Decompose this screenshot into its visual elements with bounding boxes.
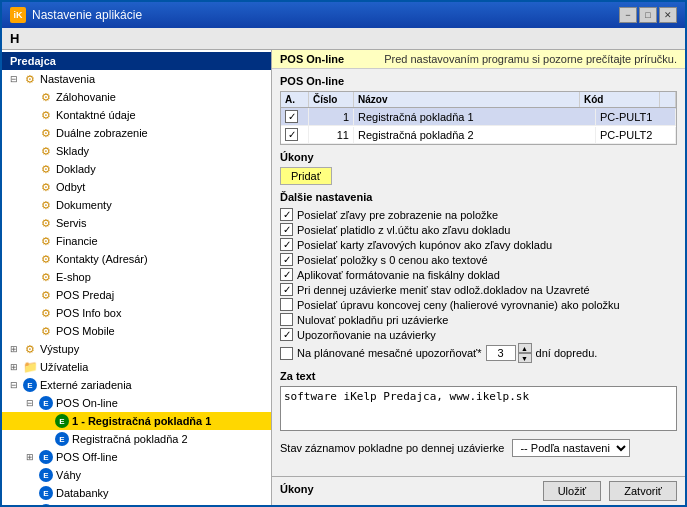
actions-section: Úkony Pridať — [280, 151, 677, 185]
save-button[interactable]: Uložiť — [543, 481, 602, 501]
gear-icon: ⚙ — [38, 125, 54, 141]
close-button[interactable]: ✕ — [659, 7, 677, 23]
setting-checkbox-7[interactable] — [280, 298, 293, 311]
maximize-button[interactable]: □ — [639, 7, 657, 23]
za-text-label: Za text — [280, 370, 677, 382]
sidebar-item-label: Váhy — [54, 469, 81, 481]
sidebar-item-vystupy[interactable]: ⊞ ⚙ Výstupy — [2, 340, 271, 358]
sidebar-item-financie[interactable]: ⚙ Financie — [2, 232, 271, 250]
scroll-placeholder — [660, 92, 676, 107]
reminder-spinner-input[interactable] — [486, 345, 516, 361]
gear-icon: ⚙ — [38, 233, 54, 249]
sidebar-item-kontakty[interactable]: ⚙ Kontakty (Adresár) — [2, 250, 271, 268]
reminder-label-before: Na plánované mesačné upozorňovať* — [297, 347, 482, 359]
sidebar-item-reg-pokladna1[interactable]: E 1 - Registračná pokladňa 1 — [2, 412, 271, 430]
sidebar-item-databanky[interactable]: E Databanky — [2, 484, 271, 502]
reminder-checkbox[interactable] — [280, 347, 293, 360]
sidebar-item-label: Nastavenia — [38, 73, 95, 85]
sidebar-item-label: Databanky — [54, 487, 109, 499]
sidebar-item-reg-pokladna2[interactable]: E Registračná pokladňa 2 — [2, 430, 271, 448]
stav-label: Stav záznamov pokladne po dennej uzávier… — [280, 442, 504, 454]
info-warning-text: Pred nastavovaním programu si pozorne pr… — [384, 53, 677, 65]
settings-section: Ďalšie nastavenia Posielať zľavy pre zob… — [280, 191, 677, 364]
reminder-spinner: ▲ ▼ — [486, 343, 532, 363]
setting-label-8: Nulovať pokladňu pri uzávierke — [297, 314, 449, 326]
sidebar-item-dokumenty[interactable]: ⚙ Dokumenty — [2, 196, 271, 214]
reminder-label-after: dní dopredu. — [536, 347, 598, 359]
sidebar-item-tlacarne[interactable]: ⊞ E Tlačiarne - špeciálne — [2, 502, 271, 505]
spinner-up-button[interactable]: ▲ — [518, 343, 532, 353]
window-title: Nastavenie aplikácie — [32, 8, 142, 22]
table-row[interactable]: 11 Registračná pokladňa 2 PC-PULT2 — [281, 126, 676, 144]
stav-select[interactable]: -- Podľa nastaveni — [512, 439, 630, 457]
sidebar-item-nastavenia[interactable]: ⊟ ⚙ Nastavenia — [2, 70, 271, 88]
sidebar-item-uziviatelia[interactable]: ⊞ 📁 Užívatelia — [2, 358, 271, 376]
setting-row-3: Posielať karty zľavových kupónov ako zľa… — [280, 237, 677, 252]
setting-label-7: Posielať úpravu koncovej ceny (halierové… — [297, 299, 620, 311]
add-button[interactable]: Pridať — [280, 167, 332, 185]
sidebar-item-pos-predaj[interactable]: ⚙ POS Predaj — [2, 286, 271, 304]
gear-icon: ⚙ — [38, 323, 54, 339]
row-checkbox-cell[interactable] — [281, 108, 309, 125]
spinner-down-button[interactable]: ▼ — [518, 353, 532, 363]
panel-content: POS On-line A. Číslo Názov Kód 1 — [272, 69, 685, 476]
col-header-nazov: Názov — [354, 92, 580, 107]
za-text-area[interactable] — [280, 386, 677, 431]
sidebar-item-label: Externé zariadenia — [38, 379, 132, 391]
sidebar-item-sklady[interactable]: ⚙ Sklady — [2, 142, 271, 160]
setting-label-4: Posielať položky s 0 cenou ako textové — [297, 254, 488, 266]
reminder-row: Na plánované mesačné upozorňovať* ▲ ▼ dn… — [280, 342, 677, 364]
col-header-cislo: Číslo — [309, 92, 354, 107]
setting-checkbox-4[interactable] — [280, 253, 293, 266]
setting-checkbox-1[interactable] — [280, 208, 293, 221]
setting-checkbox-2[interactable] — [280, 223, 293, 236]
sidebar-item-label: E-shop — [54, 271, 91, 283]
table-row[interactable]: 1 Registračná pokladňa 1 PC-PULT1 — [281, 108, 676, 126]
sidebar-item-doklady[interactable]: ⚙ Doklady — [2, 160, 271, 178]
sidebar-item-pos-mobile[interactable]: ⚙ POS Mobile — [2, 322, 271, 340]
text-section: Za text — [280, 370, 677, 433]
sidebar-item-externe[interactable]: ⊟ E Externé zariadenia — [2, 376, 271, 394]
row-kod: PC-PULT1 — [596, 109, 676, 125]
circle-icon: E — [38, 467, 54, 483]
sidebar-item-zalohovanie[interactable]: ⚙ Zálohovanie — [2, 88, 271, 106]
setting-checkbox-9[interactable] — [280, 328, 293, 341]
sidebar-item-eshop[interactable]: ⚙ E-shop — [2, 268, 271, 286]
row-nazov: Registračná pokladňa 1 — [354, 109, 596, 125]
sidebar-item-pos-info[interactable]: ⚙ POS Info box — [2, 304, 271, 322]
sidebar-item-label: POS Info box — [54, 307, 121, 319]
close-button[interactable]: Zatvoriť — [609, 481, 677, 501]
sidebar-item-label: Odbyt — [54, 181, 85, 193]
setting-checkbox-6[interactable] — [280, 283, 293, 296]
gear-icon: ⚙ — [38, 179, 54, 195]
setting-row-7: Posielať úpravu koncovej ceny (halierové… — [280, 297, 677, 312]
sidebar-item-pos-offline[interactable]: ⊞ E POS Off-line — [2, 448, 271, 466]
folder-icon: 📁 — [22, 359, 38, 375]
setting-checkbox-8[interactable] — [280, 313, 293, 326]
bottom-actions: Úkony Uložiť Zatvoriť — [272, 476, 685, 505]
sidebar-item-dualne[interactable]: ⚙ Duálne zobrazenie — [2, 124, 271, 142]
setting-label-3: Posielať karty zľavových kupónov ako zľa… — [297, 239, 552, 251]
sidebar-item-servis[interactable]: ⚙ Servis — [2, 214, 271, 232]
sidebar-item-kontaktne[interactable]: ⚙ Kontaktné údaje — [2, 106, 271, 124]
setting-row-6: Pri dennej uzávierke meniť stav odlož.do… — [280, 282, 677, 297]
minimize-button[interactable]: − — [619, 7, 637, 23]
gear-icon: ⚙ — [38, 89, 54, 105]
sidebar-item-label: POS On-line — [54, 397, 118, 409]
expand-icon: ⊞ — [6, 344, 22, 354]
row-checkbox[interactable] — [285, 110, 298, 123]
gear-icon: ⚙ — [38, 287, 54, 303]
setting-checkbox-3[interactable] — [280, 238, 293, 251]
row-checkbox-cell[interactable] — [281, 126, 309, 143]
setting-checkbox-5[interactable] — [280, 268, 293, 281]
sidebar-item-vahy[interactable]: E Váhy — [2, 466, 271, 484]
row-checkbox[interactable] — [285, 128, 298, 141]
setting-row-1: Posielať zľavy pre zobrazenie na položke — [280, 207, 677, 222]
setting-row-8: Nulovať pokladňu pri uzávierke — [280, 312, 677, 327]
expand-icon: ⊟ — [6, 74, 22, 84]
sidebar-item-odbyt[interactable]: ⚙ Odbyt — [2, 178, 271, 196]
setting-label-6: Pri dennej uzávierke meniť stav odlož.do… — [297, 284, 590, 296]
sidebar-item-pos-online[interactable]: ⊟ E POS On-line — [2, 394, 271, 412]
title-bar: iK Nastavenie aplikácie − □ ✕ — [2, 2, 685, 28]
expand-icon: ⊞ — [6, 362, 22, 372]
